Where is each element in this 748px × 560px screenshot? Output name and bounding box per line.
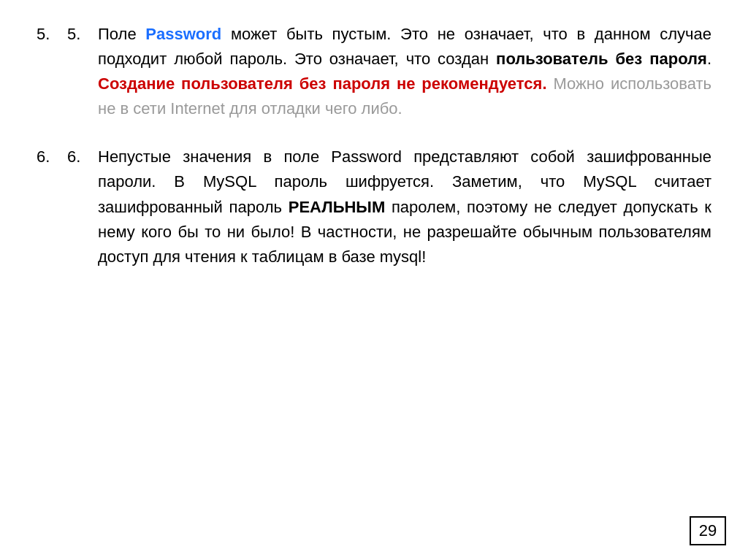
item-5-password-label: Password: [145, 25, 221, 43]
item-6-text: Непустые значения в поле Password предст…: [98, 145, 711, 269]
item-5-warning: Создание пользователя без пароля не реко…: [98, 74, 547, 93]
list-item-6: 6. Непустые значения в поле Password пре…: [37, 145, 711, 269]
item-5-part-1: Поле: [98, 25, 145, 43]
list-number-6: 6.: [67, 145, 98, 169]
list-item-5: 5. Поле Password может быть пустым. Это …: [37, 22, 711, 121]
page-number: 29: [690, 516, 726, 545]
item-5-part-3: .: [707, 50, 711, 68]
item-5-bold-phrase: пользователь без пароля: [496, 50, 707, 68]
list-number-5: 5.: [67, 22, 98, 47]
item-5-text: Поле Password может быть пустым. Это не …: [98, 22, 711, 121]
page-content: 5. Поле Password может быть пустым. Это …: [0, 0, 748, 560]
item-6-bold-word: РЕАЛЬНЫМ: [289, 198, 386, 216]
content-list: 5. Поле Password может быть пустым. Это …: [37, 22, 711, 269]
